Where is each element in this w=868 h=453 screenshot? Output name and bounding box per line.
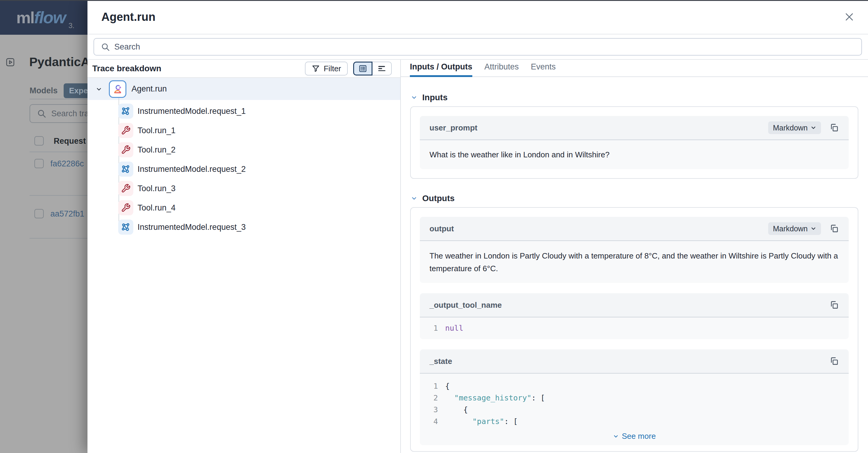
trace-breakdown-title: Trace breakdown xyxy=(92,64,305,74)
format-select[interactable]: Markdown xyxy=(768,222,821,235)
tree-children: InstrumentedModel.request_1Tool.run_1Too… xyxy=(88,100,400,237)
output-tool-name-card: _output_tool_name 1null xyxy=(420,293,849,339)
model-span-icon-box xyxy=(118,104,133,119)
search-traces-input[interactable]: Search tra xyxy=(30,104,88,123)
tabs-divider xyxy=(30,99,88,100)
table-divider xyxy=(30,238,88,238)
span-label: InstrumentedModel.request_3 xyxy=(137,223,246,232)
experiment-title: PydanticA xyxy=(29,55,88,69)
code-viewer[interactable]: 1null xyxy=(420,317,849,339)
code-viewer[interactable]: 1{2 "message_history": [3 {4 "parts": [ xyxy=(420,374,849,427)
model-span-icon-box xyxy=(118,220,133,235)
tree-row-instrumentedmodel-request-1[interactable]: InstrumentedModel.request_1 xyxy=(88,102,400,121)
tool-wrench-icon xyxy=(121,145,131,154)
tree-row-instrumentedmodel-request-2[interactable]: InstrumentedModel.request_2 xyxy=(88,160,400,179)
field-key: _output_tool_name xyxy=(430,301,829,310)
modal-search-row: Search xyxy=(88,34,868,60)
tree-row-tool-run-3[interactable]: Tool.run_3 xyxy=(88,179,400,198)
field-key: user_prompt xyxy=(430,123,768,133)
code-line: 4 "parts": [ xyxy=(429,416,840,427)
close-icon[interactable] xyxy=(844,11,855,22)
tab-models[interactable]: Models xyxy=(30,86,58,95)
detail-tabs: Inputs / Outputs Attributes Events xyxy=(401,60,868,77)
span-label: InstrumentedModel.request_1 xyxy=(137,107,246,116)
sidebar-expand-icon[interactable] xyxy=(5,57,15,67)
span-search-input[interactable]: Search xyxy=(93,38,862,56)
row-checkbox[interactable] xyxy=(34,159,44,168)
gantt-view-icon xyxy=(377,64,386,73)
field-key: output xyxy=(430,224,768,233)
row-checkbox[interactable] xyxy=(34,209,44,218)
trace-request-link[interactable]: fa62286c xyxy=(50,159,84,169)
background-page: mlflow 3. PydanticA Models Experim Searc… xyxy=(0,0,88,453)
mlflow-logo-ml: ml xyxy=(16,8,34,27)
tool-span-icon-box xyxy=(118,181,133,196)
inputs-container: user_prompt Markdown What is the weather… xyxy=(410,106,858,179)
copy-icon[interactable] xyxy=(829,300,839,310)
filter-button[interactable]: Filter xyxy=(305,62,348,76)
code-line: 1{ xyxy=(429,380,840,392)
timeline-view-button[interactable] xyxy=(372,62,392,76)
tab-experiments[interactable]: Experim xyxy=(64,83,88,98)
agent-span-icon xyxy=(109,80,126,98)
tool-wrench-icon xyxy=(121,183,131,193)
trace-request-link[interactable]: aa572fb1 xyxy=(50,209,85,219)
outputs-section-heading[interactable]: Outputs xyxy=(411,194,858,203)
filter-button-label: Filter xyxy=(323,64,341,74)
tool-span-icon-box xyxy=(118,123,133,138)
search-traces-placeholder: Search tra xyxy=(51,109,88,118)
search-icon xyxy=(101,42,110,52)
chevron-down-icon xyxy=(613,433,619,440)
tree-row-agent-run[interactable]: Agent.run xyxy=(88,78,400,100)
tree-view-button[interactable] xyxy=(353,62,372,76)
span-tree: Agent.run InstrumentedModel.request_1Too… xyxy=(88,78,400,237)
tab-attributes[interactable]: Attributes xyxy=(484,62,519,77)
span-label: Tool.run_3 xyxy=(137,184,176,193)
select-all-checkbox[interactable] xyxy=(34,136,44,146)
tool-wrench-icon xyxy=(121,125,131,135)
filter-funnel-icon xyxy=(312,64,320,73)
span-label: InstrumentedModel.request_2 xyxy=(137,165,246,174)
window-top-edge xyxy=(0,0,868,1)
tab-events[interactable]: Events xyxy=(531,62,556,77)
user-prompt-card: user_prompt Markdown What is the weather… xyxy=(420,116,849,169)
trace-detail-modal: Agent.run Search Trace breakdown Filter xyxy=(88,0,868,453)
tree-row-tool-run-2[interactable]: Tool.run_2 xyxy=(88,140,400,160)
view-mode-toggle xyxy=(353,62,392,76)
copy-icon[interactable] xyxy=(829,123,839,133)
mlflow-version: 3. xyxy=(68,22,74,35)
see-more-button[interactable]: See more xyxy=(420,429,849,445)
tree-row-tool-run-4[interactable]: Tool.run_4 xyxy=(88,198,400,218)
copy-icon[interactable] xyxy=(829,224,839,233)
copy-icon[interactable] xyxy=(829,356,839,366)
span-label: Tool.run_1 xyxy=(137,126,176,135)
inputs-section-heading[interactable]: Inputs xyxy=(411,93,858,103)
output-tool-name-card-header: _output_tool_name xyxy=(420,293,849,317)
chevron-down-icon[interactable] xyxy=(411,94,417,101)
trace-breakdown-header: Trace breakdown Filter xyxy=(88,60,400,78)
format-select[interactable]: Markdown xyxy=(768,121,821,134)
trace-breakdown-panel: Trace breakdown Filter xyxy=(88,60,401,453)
detail-content: Inputs user_prompt Markdown xyxy=(401,77,868,453)
outputs-heading-label: Outputs xyxy=(422,194,455,203)
model-graph-icon xyxy=(121,222,131,232)
model-graph-icon xyxy=(121,164,131,174)
app-header: mlflow 3. xyxy=(0,0,88,35)
code-line: 1null xyxy=(429,322,840,334)
tab-inputs-outputs[interactable]: Inputs / Outputs xyxy=(410,62,472,77)
request-column-header: Request xyxy=(54,137,86,146)
chevron-down-icon[interactable] xyxy=(411,195,417,202)
tree-row-tool-run-1[interactable]: Tool.run_1 xyxy=(88,121,400,140)
chevron-down-icon xyxy=(811,125,816,131)
span-label: Tool.run_4 xyxy=(137,203,176,213)
span-label: Agent.run xyxy=(131,84,167,94)
tree-row-instrumentedmodel-request-3[interactable]: InstrumentedModel.request_3 xyxy=(88,218,400,237)
chevron-down-icon[interactable] xyxy=(96,86,102,92)
chevron-down-icon xyxy=(811,226,816,231)
model-span-icon-box xyxy=(118,162,133,177)
inputs-heading-label: Inputs xyxy=(422,93,447,103)
output-card-header: output Markdown xyxy=(420,217,849,241)
format-select-value: Markdown xyxy=(773,224,808,233)
span-search-placeholder: Search xyxy=(114,42,140,52)
tool-wrench-icon xyxy=(121,203,131,213)
